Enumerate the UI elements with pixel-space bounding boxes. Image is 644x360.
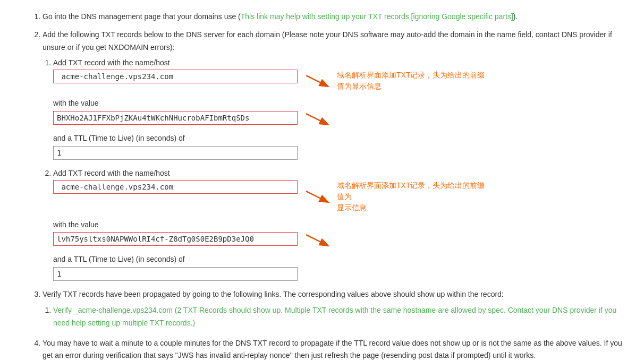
record2-input-stack bbox=[53, 180, 298, 194]
record1-value-arrow-row bbox=[306, 111, 337, 127]
record2-name-input[interactable] bbox=[53, 180, 298, 194]
step1-text-after: ). bbox=[513, 12, 518, 21]
record2-ttl-input[interactable] bbox=[53, 267, 298, 281]
record2-name-arrow-icon bbox=[306, 188, 333, 204]
svg-line-3 bbox=[306, 235, 327, 245]
step-2: Add the following TXT records below to t… bbox=[43, 29, 623, 281]
step-1: Go into the DNS management page that you… bbox=[43, 11, 623, 23]
record2-value-arrow-icon bbox=[306, 232, 333, 248]
record-1-item: Add TXT record with the name/host bbox=[53, 57, 623, 159]
record-2-item: Add TXT record with the name/host bbox=[53, 167, 623, 281]
record1-annotation-name: 域名解析界面添加TXT记录，头为给出的前缀值为显示信息 bbox=[306, 70, 486, 94]
record2-value-row bbox=[53, 232, 623, 250]
record1-value-input[interactable] bbox=[53, 111, 298, 125]
step-4: You may have to wait a minute to a coupl… bbox=[43, 337, 623, 360]
verify-list: Verify _acme-challenge.vps234.com (2 TXT… bbox=[43, 304, 623, 330]
record1-name-arrow-icon bbox=[306, 73, 333, 89]
record2-annotation-text-line1: 域名解析界面添加TXT记录，头为给出的前缀值为 显示信息 bbox=[337, 180, 486, 213]
record1-label-name: Add TXT record with the name/host bbox=[53, 58, 170, 67]
record2-annotation-value bbox=[306, 232, 337, 250]
record1-value-row bbox=[53, 111, 623, 129]
record2-value-arrow-row bbox=[306, 232, 337, 248]
record2-name-arrow-row: 域名解析界面添加TXT记录，头为给出的前缀值为 显示信息 bbox=[306, 180, 486, 213]
step-3: Verify TXT records have been propagated … bbox=[43, 288, 623, 329]
step1-text-before: Go into the DNS management page that you… bbox=[43, 12, 241, 21]
step4-text: You may have to wait a minute to a coupl… bbox=[43, 339, 622, 360]
record1-annotation-text: 域名解析界面添加TXT记录，头为给出的前缀值为显示信息 bbox=[337, 70, 486, 92]
record2-ttl-label: and a TTL (Time to Live) (in seconds) of bbox=[53, 253, 623, 266]
record1-name-arrow-row: 域名解析界面添加TXT记录，头为给出的前缀值为显示信息 bbox=[306, 70, 486, 92]
record1-name-input[interactable] bbox=[53, 70, 298, 83]
record1-annotation-value bbox=[306, 111, 337, 129]
verify-link[interactable]: Verify _acme-challenge.vps234.com (2 TXT… bbox=[53, 306, 616, 327]
record1-ttl-label: and a TTL (Time to Live) (in seconds) of bbox=[53, 132, 623, 145]
svg-line-0 bbox=[306, 75, 327, 86]
instructions-list: Go into the DNS management page that you… bbox=[32, 11, 623, 360]
record1-value-label: with the value bbox=[53, 97, 623, 110]
record1-name-row: 域名解析界面添加TXT记录，头为给出的前缀值为显示信息 bbox=[53, 70, 623, 94]
record2-value-label: with the value bbox=[53, 219, 623, 232]
record1-ttl-input[interactable] bbox=[53, 146, 298, 160]
step2-intro: Add the following TXT records below to t… bbox=[43, 30, 612, 52]
verify-item: Verify _acme-challenge.vps234.com (2 TXT… bbox=[53, 304, 623, 330]
step3-intro: Verify TXT records have been propagated … bbox=[43, 290, 504, 298]
svg-line-2 bbox=[306, 191, 327, 202]
records-list: Add TXT record with the name/host bbox=[43, 57, 623, 281]
svg-line-1 bbox=[306, 114, 327, 124]
record2-annotation-name: 域名解析界面添加TXT记录，头为给出的前缀值为 显示信息 bbox=[306, 180, 486, 216]
record1-value-arrow-icon bbox=[306, 111, 333, 127]
step1-link[interactable]: This link may help with setting up your … bbox=[241, 12, 513, 21]
record2-value-input[interactable] bbox=[53, 232, 298, 246]
record2-label-name: Add TXT record with the name/host bbox=[53, 169, 170, 177]
record1-input-stack bbox=[53, 70, 298, 83]
record2-name-row: 域名解析界面添加TXT记录，头为给出的前缀值为 显示信息 bbox=[53, 180, 623, 216]
